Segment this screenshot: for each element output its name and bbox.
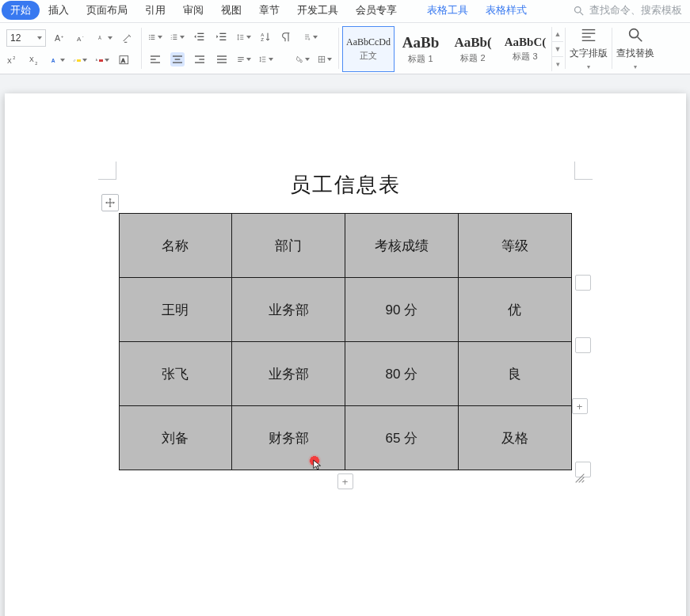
tab-view[interactable]: 视图 — [212, 1, 250, 20]
style-gallery-group: AaBbCcDd 正文 AaBb 标题 1 AaBb( 标题 2 AaBbC( … — [339, 23, 565, 74]
table-cell[interactable]: 65 分 — [345, 406, 459, 470]
grow-font-button[interactable]: A+ — [54, 31, 68, 45]
table-header-row[interactable]: 名称 部门 考核成绩 等级 — [119, 214, 571, 278]
numbering-button[interactable]: 123 — [170, 30, 185, 44]
gallery-expand[interactable]: ▾ — [552, 56, 563, 71]
table-row[interactable]: 王明 业务部 90 分 优 — [119, 278, 571, 342]
style-heading2[interactable]: AaBb( 标题 2 — [447, 26, 499, 72]
style-heading3[interactable]: AaBbC( 标题 3 — [499, 26, 551, 72]
align-distribute-button[interactable] — [237, 52, 251, 67]
style-preview: AaBbCcDd — [346, 36, 391, 48]
shrink-font-button[interactable]: A- — [76, 31, 90, 45]
borders-button[interactable] — [318, 52, 332, 67]
add-row-bottom-handle[interactable]: + — [337, 473, 353, 489]
text-layout-button[interactable]: 文字排版 ▾ — [566, 23, 612, 74]
style-heading1[interactable]: AaBb 标题 1 — [395, 26, 447, 72]
find-replace-label: 查找替换 — [616, 47, 654, 60]
highlight-swatch — [77, 59, 81, 62]
table-header-cell[interactable]: 部门 — [232, 214, 345, 278]
table-wrapper: 名称 部门 考核成绩 等级 王明 业务部 90 分 优 张飞 业务部 80 分 … — [119, 213, 572, 470]
decrease-indent-button[interactable] — [193, 30, 207, 44]
svg-rect-41 — [173, 55, 182, 56]
employee-table[interactable]: 名称 部门 考核成绩 等级 王明 业务部 90 分 优 张飞 业务部 80 分 … — [119, 213, 572, 470]
table-cell[interactable]: 刘备 — [119, 406, 232, 470]
add-row-handle[interactable]: + — [572, 398, 588, 414]
svg-rect-40 — [151, 62, 160, 63]
text-layout-label: 文字排版 — [570, 47, 608, 60]
shading-button[interactable] — [295, 52, 310, 67]
style-preview: AaBb( — [454, 35, 491, 51]
text-direction-button[interactable] — [303, 30, 318, 44]
align-left-button[interactable] — [148, 52, 162, 67]
table-cell[interactable]: 张飞 — [119, 342, 232, 406]
svg-point-63 — [630, 29, 639, 38]
tab-pagelayout[interactable]: 页面布局 — [78, 1, 136, 20]
character-border-button[interactable]: A — [117, 53, 132, 67]
subscript-button[interactable]: X2 — [29, 53, 43, 67]
tab-review[interactable]: 审阅 — [174, 1, 212, 20]
tab-start[interactable]: 开始 — [2, 1, 40, 20]
font-size-input[interactable]: 12 — [6, 29, 46, 47]
svg-rect-48 — [217, 59, 227, 59]
table-header-cell[interactable]: 名称 — [119, 214, 232, 278]
find-replace-button[interactable]: 查找替换 ▾ — [612, 23, 658, 74]
table-cell[interactable]: 王明 — [119, 278, 232, 342]
table-cell[interactable]: 优 — [458, 278, 571, 342]
command-search[interactable]: 查找命令、搜索模板 — [573, 3, 688, 17]
align-justify-button[interactable] — [215, 52, 229, 67]
align-right-button[interactable] — [193, 52, 207, 67]
table-move-handle[interactable] — [101, 194, 119, 211]
svg-line-1 — [580, 12, 583, 15]
add-row-handle[interactable] — [575, 275, 591, 291]
style-body[interactable]: AaBbCcDd 正文 — [342, 26, 395, 72]
show-marks-button[interactable] — [281, 30, 295, 44]
svg-text:A: A — [96, 59, 98, 62]
table-cell[interactable]: 财务部 — [232, 406, 345, 470]
gallery-scroll-down[interactable]: ▼ — [552, 41, 563, 56]
tab-insert[interactable]: 插入 — [40, 1, 78, 20]
table-header-cell[interactable]: 等级 — [458, 214, 571, 278]
style-label: 正文 — [360, 50, 377, 62]
increase-indent-button[interactable] — [215, 30, 229, 44]
line-spacing-button[interactable] — [237, 30, 251, 44]
add-row-handle[interactable] — [575, 337, 591, 353]
align-center-button[interactable] — [170, 52, 185, 67]
tab-references[interactable]: 引用 — [136, 1, 174, 20]
svg-text:A: A — [55, 33, 61, 43]
document-title[interactable]: 员工信息表 — [29, 171, 662, 199]
superscript-button[interactable]: X2 — [6, 53, 21, 67]
clear-format-button[interactable] — [120, 31, 135, 45]
table-resize-handle[interactable] — [574, 472, 586, 485]
table-cell[interactable]: 及格 — [458, 406, 571, 470]
table-header-cell[interactable]: 考核成绩 — [345, 214, 459, 278]
tab-table-styles[interactable]: 表格样式 — [477, 1, 536, 20]
tab-devtools[interactable]: 开发工具 — [288, 1, 347, 20]
font-color-button[interactable]: A — [95, 53, 109, 67]
svg-text:2: 2 — [35, 61, 37, 66]
bullets-button[interactable] — [148, 30, 162, 44]
spacing-button[interactable] — [259, 52, 273, 67]
table-cell[interactable]: 良 — [458, 342, 571, 406]
sort-button[interactable]: AZ — [259, 30, 273, 44]
gallery-scroll-up[interactable]: ▲ — [552, 27, 563, 41]
svg-line-64 — [638, 37, 642, 42]
text-effects-button[interactable]: A — [51, 53, 65, 67]
text-layout-icon — [580, 26, 597, 44]
editor-canvas[interactable]: 员工信息表 名称 部门 考核成绩 等级 王明 业务部 90 分 优 — [0, 74, 690, 616]
tab-member[interactable]: 会员专享 — [347, 1, 406, 20]
find-replace-icon — [627, 26, 644, 44]
document-page[interactable]: 员工信息表 名称 部门 考核成绩 等级 王明 业务部 90 分 优 — [5, 93, 686, 616]
svg-rect-43 — [173, 62, 182, 63]
table-cell[interactable]: 业务部 — [232, 342, 345, 406]
highlight-color-button[interactable] — [73, 53, 87, 67]
table-row[interactable]: 刘备 财务部 65 分 及格 — [119, 406, 571, 470]
table-row[interactable]: 张飞 业务部 80 分 良 — [119, 342, 571, 406]
tab-table-tools[interactable]: 表格工具 — [418, 1, 477, 20]
change-case-button[interactable]: Ā — [98, 31, 112, 45]
table-cell[interactable]: 业务部 — [232, 278, 345, 342]
svg-point-15 — [149, 35, 150, 36]
table-cell[interactable]: 90 分 — [345, 278, 459, 342]
table-cell[interactable]: 80 分 — [345, 342, 459, 406]
font-size-value: 12 — [10, 32, 21, 44]
tab-chapter[interactable]: 章节 — [250, 1, 288, 20]
